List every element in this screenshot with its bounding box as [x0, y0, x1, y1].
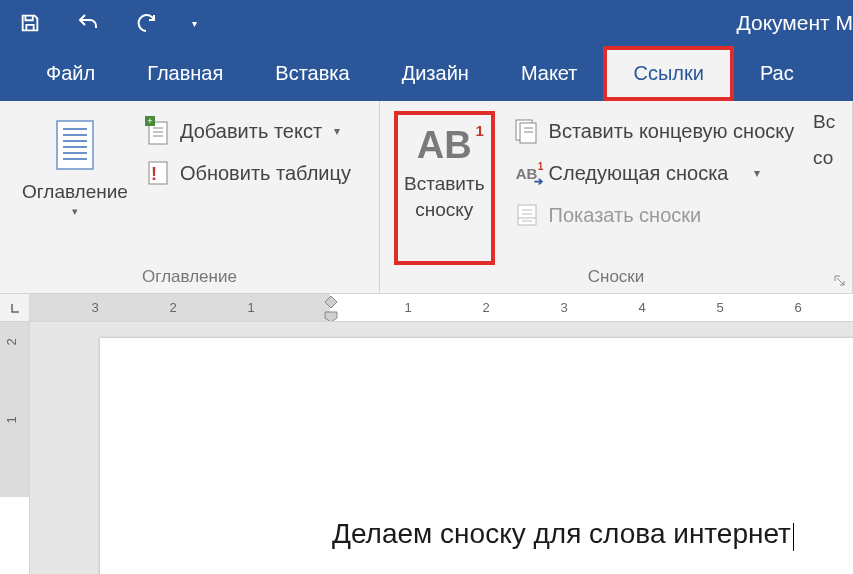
ruler-num: 3 — [91, 300, 98, 315]
save-button[interactable] — [10, 3, 50, 43]
chevron-down-icon: ▾ — [334, 124, 340, 138]
chevron-down-icon: ▾ — [754, 166, 760, 180]
add-text-label: Добавить текст — [180, 120, 322, 143]
vertical-ruler[interactable]: 2 1 — [0, 322, 30, 574]
undo-button[interactable] — [68, 3, 108, 43]
quick-access-toolbar: ▾ — [10, 3, 204, 43]
page: Делаем сноску для слова интернет — [100, 338, 853, 574]
document-title: Документ M — [737, 11, 853, 35]
tab-file[interactable]: Файл — [20, 46, 121, 101]
redo-icon — [134, 11, 158, 35]
insert-endnote-label: Вставить концевую сноску — [549, 120, 795, 143]
update-table-button[interactable]: ! Обновить таблицу — [140, 157, 355, 189]
show-notes-icon — [514, 202, 540, 228]
redo-button[interactable] — [126, 3, 166, 43]
ruler-num: 2 — [4, 338, 19, 345]
svg-rect-19 — [518, 205, 536, 225]
save-icon — [19, 12, 41, 34]
tab-insert[interactable]: Вставка — [249, 46, 375, 101]
undo-icon — [76, 11, 100, 35]
document-area: 2 1 Делаем сноску для слова интернет — [0, 322, 853, 574]
add-text-button[interactable]: + Добавить текст ▾ — [140, 115, 355, 147]
svg-text:+: + — [147, 116, 152, 126]
toc-button-label: Оглавление — [22, 181, 128, 203]
ruler-area: 3 2 1 1 2 3 4 5 6 — [0, 294, 853, 322]
show-notes-label: Показать сноски — [549, 204, 702, 227]
svg-rect-16 — [520, 123, 536, 143]
insert-endnote-button[interactable]: Вставить концевую сноску — [509, 115, 799, 147]
tab-design[interactable]: Дизайн — [376, 46, 495, 101]
ruler-num: 6 — [794, 300, 801, 315]
horizontal-ruler[interactable]: 3 2 1 1 2 3 4 5 6 — [30, 294, 853, 321]
ruler-corner[interactable] — [0, 294, 30, 321]
toc-button[interactable]: Оглавление ▾ — [14, 111, 136, 265]
insert-footnote-button[interactable]: AB 1 Вставить сноску — [394, 111, 495, 265]
group-label-footnotes: Сноски — [380, 267, 852, 287]
text-cursor — [793, 523, 794, 551]
ruler-num: 4 — [638, 300, 645, 315]
toc-icon — [51, 119, 99, 175]
ruler-num: 2 — [169, 300, 176, 315]
ab-next-icon: AB 1 ➔ — [516, 165, 538, 182]
indent-marker-icon[interactable] — [324, 294, 338, 321]
ruler-num: 5 — [716, 300, 723, 315]
chevron-down-icon: ▾ — [192, 18, 197, 29]
group-toc: Оглавление ▾ + Добавить текст ▾ — [0, 101, 380, 293]
endnote-icon — [514, 118, 540, 144]
update-table-label: Обновить таблицу — [180, 162, 351, 185]
clip-text-2: со — [813, 147, 853, 169]
ruler-num: 3 — [560, 300, 567, 315]
ribbon: Оглавление ▾ + Добавить текст ▾ — [0, 101, 853, 294]
tab-selector-icon — [9, 302, 21, 314]
chevron-down-icon: ▾ — [72, 205, 78, 218]
next-footnote-button[interactable]: AB 1 ➔ Следующая сноска ▾ — [509, 157, 799, 189]
title-bar: ▾ Документ M — [0, 0, 853, 46]
ribbon-tabs: Файл Главная Вставка Дизайн Макет Ссылки… — [0, 46, 853, 101]
clip-text-1: Вс — [813, 111, 853, 133]
tab-home[interactable]: Главная — [121, 46, 249, 101]
show-notes-button[interactable]: Показать сноски — [509, 199, 799, 231]
document-text[interactable]: Делаем сноску для слова интернет — [332, 518, 794, 551]
svg-text:!: ! — [151, 164, 157, 184]
group-label-toc: Оглавление — [0, 267, 379, 287]
svg-marker-24 — [325, 296, 337, 308]
ruler-num: 2 — [482, 300, 489, 315]
update-table-icon: ! — [145, 158, 171, 188]
document-canvas[interactable]: Делаем сноску для слова интернет — [30, 322, 853, 574]
qat-customize-button[interactable]: ▾ — [184, 3, 204, 43]
insert-footnote-label-1: Вставить — [404, 173, 485, 195]
next-footnote-label: Следующая сноска — [549, 162, 729, 185]
ribbon-right-clip: Вс со — [813, 101, 853, 293]
tab-references[interactable]: Ссылки — [603, 46, 733, 101]
ab-footnote-icon: AB 1 — [417, 124, 472, 167]
tab-layout[interactable]: Макет — [495, 46, 604, 101]
ruler-num: 1 — [247, 300, 254, 315]
group-footnotes: AB 1 Вставить сноску Вставить концевую с… — [380, 101, 853, 293]
insert-footnote-label-2: сноску — [415, 199, 473, 221]
add-text-icon: + — [145, 116, 171, 146]
ruler-num: 1 — [4, 416, 19, 423]
tab-mailings[interactable]: Рас — [734, 46, 820, 101]
svg-marker-25 — [325, 312, 337, 321]
ruler-num: 1 — [404, 300, 411, 315]
